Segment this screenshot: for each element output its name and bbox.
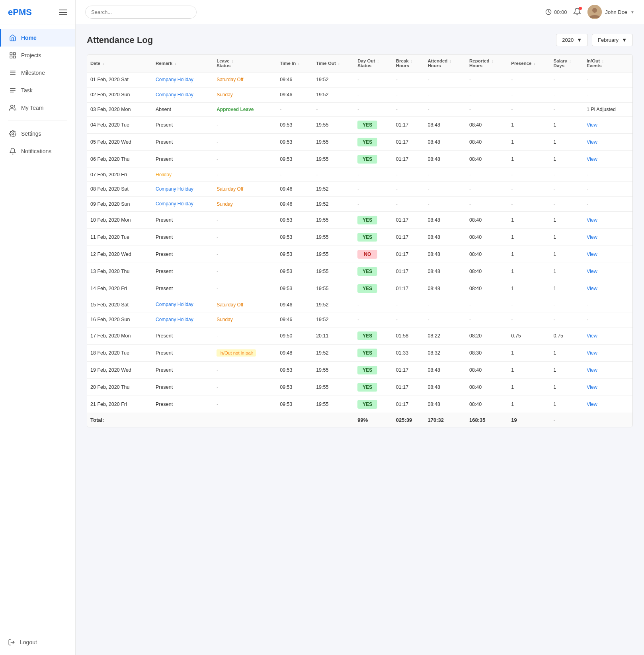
- month-filter-dropdown[interactable]: February ▼: [592, 34, 633, 46]
- cell-salary-days: 0.75: [550, 327, 584, 344]
- sidebar-item-milestone[interactable]: Milestone: [0, 64, 75, 82]
- clock-time: 00:00: [554, 9, 567, 15]
- cell-inout-events[interactable]: -: [584, 197, 632, 212]
- col-date[interactable]: Date ↕: [87, 55, 152, 72]
- cell-attended-hours: -: [425, 297, 466, 312]
- cell-time-out: 19:52: [313, 87, 354, 102]
- svg-point-10: [11, 105, 13, 107]
- cell-date: 07 Feb, 2020 Fri: [87, 168, 152, 181]
- cell-inout-events[interactable]: -: [584, 297, 632, 312]
- cell-inout-events[interactable]: View: [584, 229, 632, 246]
- cell-time-out: 19:55: [313, 150, 354, 168]
- cell-break-hours: 01:17: [393, 133, 425, 150]
- cell-time-in: 09:53: [277, 280, 313, 297]
- sidebar-item-projects[interactable]: Projects: [0, 47, 75, 64]
- cell-presence: 1: [508, 280, 550, 297]
- cell-break-hours: 01:17: [393, 116, 425, 133]
- cell-salary-days: -: [550, 72, 584, 88]
- cell-inout-events[interactable]: -: [584, 181, 632, 197]
- cell-inout-events[interactable]: View: [584, 133, 632, 150]
- col-presence[interactable]: Presence ↕: [508, 55, 550, 72]
- view-link[interactable]: View: [587, 122, 597, 128]
- cell-reported-hours: 08:40: [466, 212, 508, 229]
- cell-leave-status: In/Out not in pair: [213, 344, 277, 361]
- cell-inout-events[interactable]: View: [584, 344, 632, 361]
- cell-time-out: 19:52: [313, 312, 354, 327]
- col-leave-status[interactable]: Leave ↕Status: [213, 55, 277, 72]
- cell-reported-hours: -: [466, 168, 508, 181]
- cell-inout-events[interactable]: 1 Pl Adjusted: [584, 102, 632, 116]
- cell-remark: Company Holiday: [152, 87, 213, 102]
- view-link[interactable]: View: [587, 156, 597, 162]
- logout-item[interactable]: Logout: [0, 634, 75, 651]
- cell-leave-status: -: [213, 116, 277, 133]
- cell-reported-hours: 08:40: [466, 361, 508, 378]
- cell-inout-events[interactable]: View: [584, 396, 632, 413]
- cell-break-hours: -: [393, 312, 425, 327]
- cell-inout-events[interactable]: -: [584, 87, 632, 102]
- view-link[interactable]: View: [587, 286, 597, 291]
- col-time-out[interactable]: Time Out ↕: [313, 55, 354, 72]
- cell-time-out: 20:11: [313, 327, 354, 344]
- cell-inout-events[interactable]: View: [584, 263, 632, 280]
- notification-bell[interactable]: [573, 8, 581, 17]
- cell-inout-events[interactable]: View: [584, 246, 632, 263]
- cell-inout-events[interactable]: View: [584, 327, 632, 344]
- col-salary-days[interactable]: Salary ↕Days: [550, 55, 584, 72]
- sidebar-item-task[interactable]: Task: [0, 82, 75, 99]
- cell-inout-events[interactable]: View: [584, 116, 632, 133]
- col-inout-events[interactable]: In/Out ↕Events: [584, 55, 632, 72]
- view-link[interactable]: View: [587, 251, 597, 257]
- page-header: Attendance Log 2020 ▼ February ▼: [87, 34, 633, 46]
- cell-inout-events[interactable]: View: [584, 378, 632, 396]
- col-attended-hours[interactable]: Attended ↕Hours: [425, 55, 466, 72]
- view-link[interactable]: View: [587, 367, 597, 373]
- cell-inout-events[interactable]: View: [584, 280, 632, 297]
- table-row: 10 Feb, 2020 MonPresent-09:5319:55YES01:…: [87, 212, 632, 229]
- avatar-area[interactable]: John Doe ▼: [587, 5, 634, 19]
- cell-time-in: 09:46: [277, 72, 313, 88]
- sidebar-item-settings[interactable]: Settings: [0, 125, 75, 142]
- view-link[interactable]: View: [587, 234, 597, 240]
- cell-inout-events[interactable]: View: [584, 150, 632, 168]
- cell-break-hours: 01:58: [393, 327, 425, 344]
- year-filter-dropdown[interactable]: 2020 ▼: [556, 34, 588, 46]
- col-remark[interactable]: Remark ↕: [152, 55, 213, 72]
- view-link[interactable]: View: [587, 139, 597, 145]
- cell-break-hours: 01:17: [393, 263, 425, 280]
- cell-attended-hours: -: [425, 102, 466, 116]
- sidebar-item-home[interactable]: Home: [0, 29, 75, 47]
- logout-label: Logout: [20, 639, 37, 645]
- main-content: Attendance Log 2020 ▼ February ▼ Date ↕ …: [76, 24, 644, 655]
- total-timein: [277, 413, 313, 427]
- view-link[interactable]: View: [587, 402, 597, 407]
- cell-leave-status: -: [213, 133, 277, 150]
- cell-salary-days: 1: [550, 263, 584, 280]
- avatar: [587, 5, 602, 19]
- cell-inout-events[interactable]: -: [584, 72, 632, 88]
- cell-presence: 1: [508, 212, 550, 229]
- view-link[interactable]: View: [587, 384, 597, 390]
- cell-day-out-status: YES: [354, 327, 393, 344]
- table-row: 21 Feb, 2020 FriPresent-09:5319:55YES01:…: [87, 396, 632, 413]
- view-link[interactable]: View: [587, 350, 597, 356]
- hamburger-icon[interactable]: [59, 10, 67, 15]
- cell-inout-events[interactable]: View: [584, 361, 632, 378]
- col-break-hours[interactable]: Break ↕Hours: [393, 55, 425, 72]
- svg-rect-2: [10, 56, 12, 58]
- cell-reported-hours: 08:30: [466, 344, 508, 361]
- view-link[interactable]: View: [587, 333, 597, 339]
- sidebar-item-my-team[interactable]: My Team: [0, 99, 75, 117]
- view-link[interactable]: View: [587, 269, 597, 274]
- view-link[interactable]: View: [587, 217, 597, 223]
- cell-inout-events[interactable]: -: [584, 312, 632, 327]
- col-time-in[interactable]: Time In ↕: [277, 55, 313, 72]
- col-reported-hours[interactable]: Reported ↕Hours: [466, 55, 508, 72]
- cell-inout-events[interactable]: -: [584, 168, 632, 181]
- sidebar-item-notifications[interactable]: Notifications: [0, 142, 75, 160]
- col-day-out-status[interactable]: Day Out ↕Status: [354, 55, 393, 72]
- search-input[interactable]: [85, 6, 197, 19]
- cell-inout-events[interactable]: View: [584, 212, 632, 229]
- cell-time-out: 19:52: [313, 72, 354, 88]
- cell-leave-status: -: [213, 229, 277, 246]
